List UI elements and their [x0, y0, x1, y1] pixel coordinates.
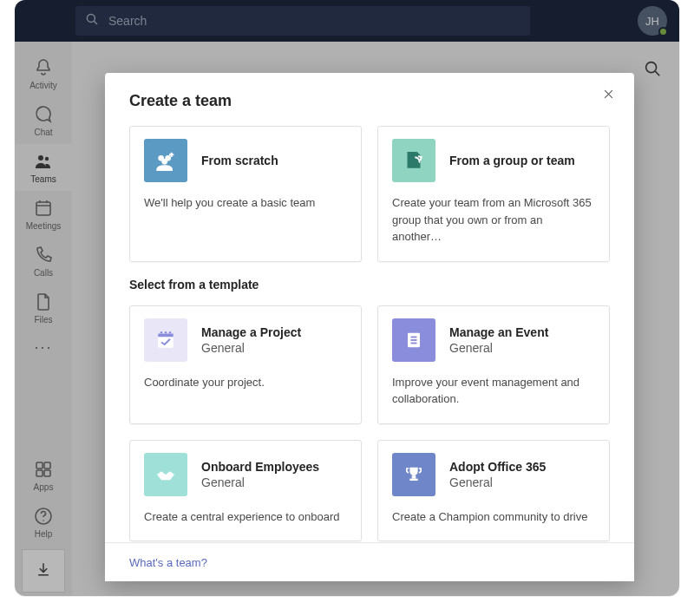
card-adopt-office365[interactable]: Adopt Office 365 General Create a Champi… — [377, 440, 610, 542]
svg-rect-32 — [412, 475, 416, 479]
create-team-modal: Create a team From scratch We'll help yo… — [105, 73, 634, 581]
svg-rect-24 — [158, 333, 174, 337]
svg-point-27 — [169, 331, 172, 334]
card-manage-event[interactable]: Manage an Event General Improve your eve… — [377, 305, 610, 424]
card-from-scratch[interactable]: From scratch We'll help you create a bas… — [129, 126, 362, 262]
card-title: Manage an Event — [449, 325, 548, 339]
app-window: JH Activity Chat Teams — [15, 0, 679, 596]
trophy-icon — [392, 453, 435, 496]
card-title: Manage a Project — [201, 325, 301, 339]
card-desc: Improve your event management and collab… — [392, 374, 595, 408]
group-sync-icon — [392, 139, 435, 182]
card-title: From scratch — [201, 154, 278, 167]
card-subtitle: General — [449, 475, 546, 489]
card-title: From a group or team — [449, 154, 575, 167]
modal-footer: What's a team? — [105, 542, 634, 581]
card-title: Onboard Employees — [201, 460, 319, 474]
svg-point-25 — [160, 331, 163, 334]
scratch-team-icon — [144, 139, 187, 182]
card-desc: Create a Champion community to drive — [392, 508, 595, 526]
card-onboard-employees[interactable]: Onboard Employees General Create a centr… — [129, 440, 362, 542]
whats-a-team-link[interactable]: What's a team? — [129, 556, 207, 569]
card-desc: We'll help you create a basic team — [144, 194, 347, 212]
card-desc: Create a central experience to onboard — [144, 508, 347, 526]
card-desc: Create your team from an Microsoft 365 g… — [392, 194, 595, 246]
card-from-group[interactable]: From a group or team Create your team fr… — [377, 126, 610, 262]
card-title: Adopt Office 365 — [449, 460, 546, 474]
handshake-icon — [144, 453, 187, 496]
event-list-icon — [392, 318, 435, 362]
card-subtitle: General — [449, 341, 548, 355]
card-desc: Coordinate your project. — [144, 374, 347, 391]
close-icon — [602, 88, 615, 104]
project-calendar-icon — [144, 318, 187, 362]
card-subtitle: General — [201, 475, 319, 489]
svg-rect-33 — [409, 478, 417, 480]
modal-title: Create a team — [129, 92, 610, 110]
template-section-title: Select from a template — [129, 278, 610, 292]
close-button[interactable] — [598, 85, 619, 106]
card-manage-project[interactable]: Manage a Project General Coordinate your… — [129, 305, 362, 424]
svg-point-26 — [165, 331, 167, 334]
card-subtitle: General — [201, 341, 301, 355]
svg-point-22 — [161, 159, 167, 165]
